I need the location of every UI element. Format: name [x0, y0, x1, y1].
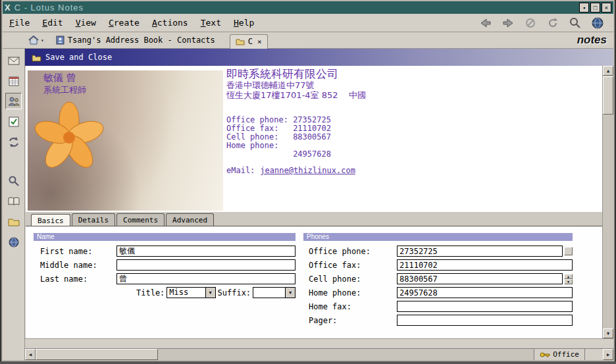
chevron-down-icon: ▾: [41, 38, 44, 43]
vertical-scrollbar[interactable]: ▲ ▼: [602, 66, 613, 338]
home-phone-label: Home phone:: [303, 288, 397, 298]
form-row: Office fax:: [303, 259, 573, 271]
menu-help[interactable]: Help: [234, 18, 254, 28]
menu-file[interactable]: File: [9, 18, 30, 28]
email-link[interactable]: jeanne@thizlinux.com: [260, 166, 355, 175]
menu-view[interactable]: View: [76, 18, 96, 28]
menu-create[interactable]: Create: [109, 18, 140, 28]
window-title: C - Lotus Notes: [14, 3, 579, 13]
world-icon: [7, 236, 20, 249]
tab-details[interactable]: Details: [72, 213, 115, 226]
last-name-label: Last name:: [34, 274, 116, 284]
suffix-select[interactable]: ▼: [253, 287, 295, 298]
refresh-icon[interactable]: [546, 16, 559, 30]
title-label: Title:: [136, 288, 165, 298]
tab-current-label: C: [248, 37, 253, 46]
address-book-icon: [56, 36, 64, 45]
menu-edit[interactable]: Edit: [42, 18, 63, 28]
minimize-button[interactable]: ▪: [579, 3, 589, 13]
scroll-left-icon[interactable]: ◀: [25, 349, 36, 360]
location-status-label: Office: [553, 350, 579, 359]
replicator-bookmark-button[interactable]: [5, 134, 22, 150]
address-line-2: 恆生大廈17樓1701-4室 852 中國: [226, 90, 366, 100]
internet-bookmark-button[interactable]: [5, 234, 22, 250]
office-phone-picker-button[interactable]: [564, 247, 573, 255]
contacts-bookmark-button[interactable]: [5, 93, 22, 109]
folder-bookmark-button[interactable]: [5, 213, 22, 230]
mail-bookmark-button[interactable]: [5, 52, 22, 68]
phones-section-header: Phones: [303, 233, 573, 241]
first-name-input[interactable]: [116, 246, 295, 257]
phones-section: Phones Office phone: Office fax: Cell ph…: [303, 233, 573, 328]
title-suffix-row: Title: Miss ▼ Suffix: ▼: [136, 287, 295, 298]
stepper-down-icon[interactable]: ▼: [564, 279, 573, 284]
globe-icon[interactable]: [591, 16, 604, 30]
x11-logo-icon: X: [5, 3, 11, 13]
tab-comments[interactable]: Comments: [116, 213, 165, 226]
home-fax-label: Home fax:: [303, 302, 397, 311]
horizontal-scroll-thumb[interactable]: [36, 349, 158, 360]
contact-line-value: 27352725: [293, 115, 331, 124]
task-tab-bar: ▾ Tsang's Address Book - Contacts C × no…: [3, 32, 613, 49]
close-button[interactable]: ×: [602, 3, 611, 13]
todo-bookmark-button[interactable]: [5, 113, 22, 130]
action-bar: Save and Close: [25, 49, 613, 66]
office-phone-label: Office phone:: [303, 247, 397, 256]
stop-icon[interactable]: [524, 16, 537, 30]
scroll-right-icon[interactable]: ▶: [603, 349, 613, 360]
tab-basics[interactable]: Basics: [31, 214, 70, 226]
tab-advanced[interactable]: Advanced: [166, 213, 214, 226]
address-line-1: 香港中環德輔道中77號: [226, 80, 366, 90]
contact-line: 24957628: [226, 150, 331, 159]
contact-document: 敏儀 曾 系統工程師 即時系統科研有限公司 香港中環德輔道中77號 恆生大廈17…: [26, 66, 602, 338]
mail-icon: [7, 54, 20, 67]
cell-phone-input[interactable]: [397, 273, 563, 284]
middle-name-input[interactable]: [116, 259, 295, 271]
contact-line-value: 24957628: [293, 149, 331, 159]
office-fax-input[interactable]: [397, 259, 573, 271]
titlebar[interactable]: X C - Lotus Notes ▪ □ ×: [3, 1, 613, 14]
home-bookmark-button[interactable]: ▾: [28, 35, 44, 45]
magnifier-icon: [7, 174, 20, 188]
chevron-down-icon[interactable]: ▼: [205, 288, 215, 298]
stepper-up-icon[interactable]: ▲: [564, 274, 573, 279]
last-name-input[interactable]: [116, 273, 295, 284]
office-phone-input[interactable]: [397, 246, 563, 257]
forward-icon[interactable]: [501, 16, 515, 30]
search-bookmark-button[interactable]: [5, 172, 22, 189]
menu-text[interactable]: Text: [201, 18, 221, 28]
menu-actions[interactable]: Actions: [152, 18, 188, 28]
cell-phone-stepper: ▲ ▼: [564, 274, 573, 284]
scroll-up-icon[interactable]: ▲: [603, 66, 613, 76]
reference-bookmark-button[interactable]: [5, 193, 22, 209]
save-and-close-button[interactable]: Save and Close: [32, 53, 112, 62]
home-phone-input[interactable]: [397, 287, 573, 298]
location-status-segment[interactable]: Office: [534, 349, 584, 360]
scroll-down-icon[interactable]: ▼: [603, 328, 613, 338]
chevron-down-icon[interactable]: ▼: [285, 288, 295, 298]
horizontal-scroll-track[interactable]: [158, 349, 534, 360]
back-icon[interactable]: [479, 16, 492, 30]
close-tab-icon[interactable]: ×: [257, 38, 262, 46]
bottom-bar: ◀ Office ▶: [25, 348, 613, 360]
key-icon: [540, 351, 550, 359]
form-row: Pager:: [303, 315, 573, 326]
company-name: 即時系統科研有限公司: [226, 67, 366, 80]
status-segment-empty[interactable]: [584, 349, 603, 360]
form-row: First name:: [34, 246, 295, 257]
tab-current-contact[interactable]: C ×: [230, 34, 268, 49]
email-row: eMail:jeanne@thizlinux.com: [226, 166, 355, 175]
tab-address-book[interactable]: Tsang's Address Book - Contacts: [51, 34, 220, 46]
vertical-scroll-thumb[interactable]: [603, 76, 613, 115]
title-select[interactable]: Miss ▼: [167, 287, 215, 298]
pager-input[interactable]: [397, 315, 573, 326]
form-tab-strip: Basics Details Comments Advanced: [26, 212, 602, 226]
replicator-icon: [7, 136, 20, 149]
open-book-icon: [7, 195, 20, 208]
maximize-button[interactable]: □: [590, 3, 600, 13]
contact-photo: 敏儀 曾 系統工程師: [28, 70, 223, 211]
home-fax-input[interactable]: [397, 301, 573, 312]
form-row: Office phone:: [303, 246, 573, 257]
search-icon[interactable]: [569, 16, 582, 30]
calendar-bookmark-button[interactable]: [5, 72, 22, 89]
